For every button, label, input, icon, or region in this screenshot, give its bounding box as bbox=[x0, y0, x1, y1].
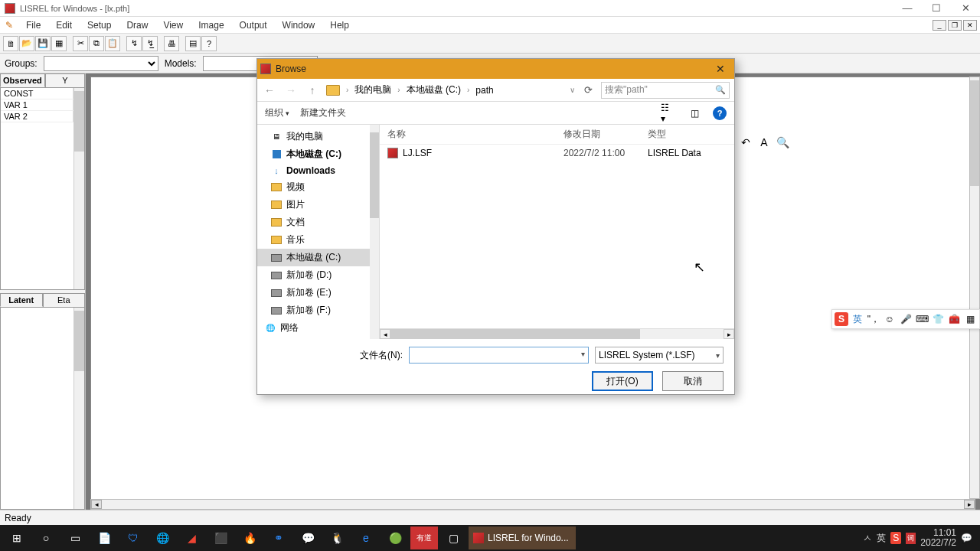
ime-emoji-icon[interactable]: ☺ bbox=[883, 312, 897, 326]
zoom-icon[interactable]: 🔍 bbox=[775, 135, 790, 150]
cortana-icon[interactable]: ○ bbox=[32, 527, 60, 549]
help-button[interactable]: ? bbox=[713, 106, 727, 120]
filename-input[interactable] bbox=[409, 347, 589, 364]
tool-open-icon[interactable]: 📂 bbox=[19, 36, 34, 51]
forward-button[interactable]: → bbox=[283, 83, 299, 97]
col-type[interactable]: 类型 bbox=[648, 128, 666, 141]
app-icon[interactable]: ⬛ bbox=[207, 527, 234, 549]
menu-output[interactable]: Output bbox=[232, 18, 275, 32]
tool-data-icon[interactable]: ▤ bbox=[185, 36, 201, 51]
breadcrumb[interactable]: 本地磁盘 (C:) bbox=[407, 83, 461, 96]
col-name[interactable]: 名称 bbox=[387, 128, 564, 141]
app-icon[interactable]: 有道 bbox=[410, 527, 438, 549]
vertical-scrollbar[interactable] bbox=[969, 77, 980, 499]
tool-copy-icon[interactable]: ⧉ bbox=[89, 36, 104, 51]
up-button[interactable]: ↑ bbox=[305, 83, 320, 97]
tool-print-icon[interactable]: 🖶 bbox=[164, 36, 179, 51]
search-input[interactable]: 搜索"path"🔍 bbox=[601, 82, 730, 99]
maximize-button[interactable]: ☐ bbox=[922, 0, 951, 17]
doc-restore-button[interactable]: ❐ bbox=[948, 20, 962, 31]
menu-file[interactable]: File bbox=[18, 18, 48, 32]
minimize-button[interactable]: — bbox=[893, 0, 922, 17]
browser-icon[interactable]: 🌐 bbox=[149, 527, 176, 549]
organize-menu[interactable]: 组织 bbox=[265, 106, 289, 119]
filetype-filter[interactable]: LISREL System (*.LSF) bbox=[595, 347, 724, 364]
menu-setup[interactable]: Setup bbox=[80, 18, 119, 32]
groups-select[interactable] bbox=[44, 56, 158, 71]
tray-lang[interactable]: 英 bbox=[877, 532, 886, 545]
clock[interactable]: 11:01 2022/7/2 bbox=[920, 528, 956, 548]
tray-caret-icon[interactable]: ㅅ bbox=[863, 532, 872, 545]
tool-run1-icon[interactable]: ↯ bbox=[126, 36, 142, 51]
ime-voice-icon[interactable]: 🎤 bbox=[899, 312, 913, 326]
menu-edit[interactable]: Edit bbox=[48, 18, 80, 32]
taskview-icon[interactable]: ▭ bbox=[61, 527, 89, 549]
tool-paste-icon[interactable]: 📋 bbox=[105, 36, 120, 51]
ime-lang-icon[interactable]: 英 bbox=[851, 312, 864, 326]
tool-save-icon[interactable]: 💾 bbox=[35, 36, 51, 51]
tool-run2-icon[interactable]: ↯̲ bbox=[142, 36, 158, 51]
app-icon[interactable]: 🔥 bbox=[236, 527, 263, 549]
back-button[interactable]: ← bbox=[262, 83, 277, 97]
tool-help-icon[interactable]: ? bbox=[201, 36, 217, 51]
menu-draw[interactable]: Draw bbox=[119, 18, 155, 32]
column-headers[interactable]: 名称 修改日期 类型 bbox=[380, 125, 734, 145]
start-button[interactable]: ⊞ bbox=[3, 527, 31, 549]
file-hscroll[interactable]: ◂▸ bbox=[380, 328, 734, 339]
menu-help[interactable]: Help bbox=[322, 18, 357, 32]
app-icon[interactable]: ▢ bbox=[439, 527, 467, 549]
file-row[interactable]: LJ.LSF 2022/7/2 11:00 LISREL Data bbox=[380, 145, 734, 161]
ime-keyboard-icon[interactable]: ⌨ bbox=[915, 312, 929, 326]
tray-sogou-icon[interactable]: S bbox=[890, 532, 901, 544]
doc-minimize-button[interactable]: _ bbox=[933, 20, 946, 31]
breadcrumb[interactable]: 我的电脑 bbox=[354, 83, 391, 96]
view-mode-button[interactable]: ☷ ▾ bbox=[661, 106, 676, 120]
menu-view[interactable]: View bbox=[155, 18, 191, 32]
ime-toolbox-icon[interactable]: 🧰 bbox=[947, 312, 961, 326]
tab-observed[interactable]: Observed bbox=[0, 73, 45, 87]
new-folder-button[interactable]: 新建文件夹 bbox=[300, 106, 346, 119]
chrome-icon[interactable]: 🟢 bbox=[381, 527, 409, 549]
col-date[interactable]: 修改日期 bbox=[564, 128, 648, 141]
tool-saveall-icon[interactable]: ▦ bbox=[51, 36, 67, 51]
ime-toolbar[interactable]: S 英 "， ☺ 🎤 ⌨ 👕 🧰 ▦ bbox=[831, 309, 980, 329]
doc-close-button[interactable]: ✕ bbox=[963, 20, 977, 31]
folder-tree[interactable]: 我的电脑 本地磁盘 (C:) Downloads 视频 图片 文档 音乐 本地磁… bbox=[257, 125, 380, 339]
dialog-close-button[interactable]: ✕ bbox=[710, 61, 731, 77]
menu-image[interactable]: Image bbox=[191, 18, 231, 32]
preview-pane-button[interactable]: ◫ bbox=[687, 106, 702, 120]
tab-y[interactable]: Y bbox=[45, 73, 85, 87]
sogou-icon[interactable]: S bbox=[835, 312, 848, 326]
explorer-icon[interactable]: 📄 bbox=[90, 527, 118, 549]
ime-skin-icon[interactable]: 👕 bbox=[931, 312, 945, 326]
app-icon[interactable]: 🐧 bbox=[323, 527, 351, 549]
ime-menu-icon[interactable]: ▦ bbox=[963, 312, 977, 326]
cancel-button[interactable]: 取消 bbox=[662, 371, 724, 391]
tab-eta[interactable]: Eta bbox=[43, 293, 86, 307]
menu-window[interactable]: Window bbox=[275, 18, 323, 32]
scrollbar[interactable] bbox=[74, 308, 84, 509]
open-button[interactable]: 打开(O) bbox=[592, 371, 653, 391]
scrollbar[interactable] bbox=[370, 125, 379, 339]
notifications-icon[interactable]: 💬 bbox=[961, 533, 972, 543]
ie-icon[interactable]: e bbox=[352, 527, 380, 549]
dialog-titlebar[interactable]: Browse ✕ bbox=[257, 59, 734, 79]
undo-icon[interactable]: ↶ bbox=[738, 135, 753, 150]
taskbar-app-lisrel[interactable]: LISREL for Windo... bbox=[469, 527, 576, 549]
text-icon[interactable]: A bbox=[756, 135, 772, 150]
shield-icon[interactable]: 🛡 bbox=[119, 527, 147, 549]
app-icon[interactable]: ◢ bbox=[178, 527, 205, 549]
scrollbar[interactable] bbox=[74, 88, 84, 289]
system-tray[interactable]: ㅅ 英 S 词 11:01 2022/7/2 💬 bbox=[863, 528, 977, 548]
tool-new-icon[interactable]: 🗎 bbox=[3, 36, 18, 51]
app-icon[interactable]: ⚭ bbox=[265, 527, 292, 549]
refresh-button[interactable]: ⟳ bbox=[581, 83, 595, 97]
close-button[interactable]: ✕ bbox=[951, 0, 980, 17]
tray-app-icon[interactable]: 词 bbox=[906, 533, 916, 544]
tab-latent[interactable]: Latent bbox=[0, 293, 43, 307]
tool-cut-icon[interactable]: ✂ bbox=[73, 36, 88, 51]
wechat-icon[interactable]: 💬 bbox=[294, 527, 322, 549]
horizontal-scrollbar[interactable]: ◂▸ bbox=[90, 499, 975, 510]
breadcrumb[interactable]: path bbox=[475, 85, 493, 96]
ime-punct-icon[interactable]: "， bbox=[867, 312, 880, 326]
